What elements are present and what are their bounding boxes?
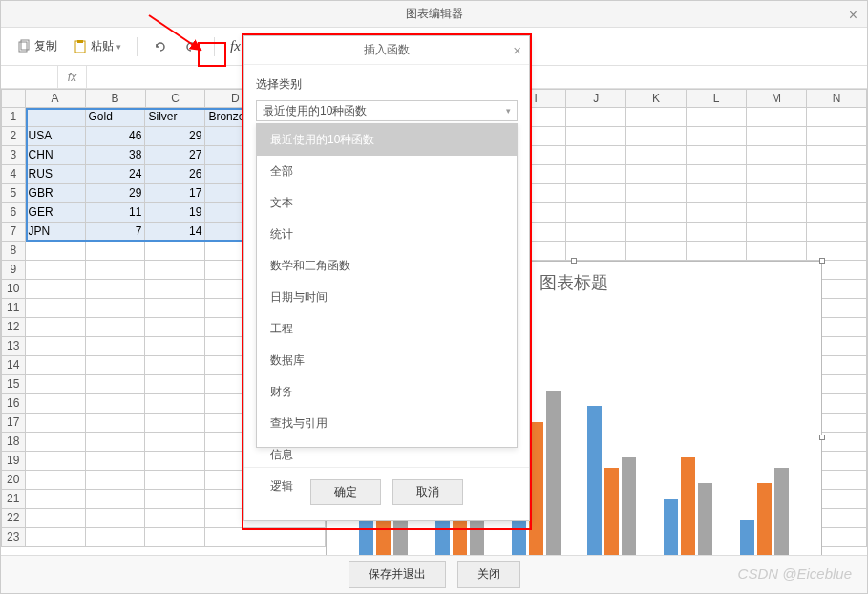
category-combobox[interactable]: 最近使用的10种函数 ▾ xyxy=(256,100,518,121)
cell[interactable] xyxy=(86,337,146,356)
cell[interactable]: 14 xyxy=(145,223,205,242)
cell[interactable] xyxy=(747,223,807,242)
cell[interactable]: 26 xyxy=(145,165,205,184)
cell[interactable] xyxy=(807,223,867,242)
row-header[interactable]: 15 xyxy=(1,375,26,394)
cell[interactable] xyxy=(145,261,205,280)
dropdown-item[interactable]: 文本 xyxy=(257,187,517,219)
dropdown-item[interactable]: 数据库 xyxy=(257,345,517,376)
save-exit-button[interactable]: 保存并退出 xyxy=(349,561,446,588)
cell[interactable] xyxy=(86,414,146,433)
cell[interactable]: Gold xyxy=(86,108,146,127)
row-header[interactable]: 23 xyxy=(1,528,26,547)
cell[interactable] xyxy=(626,146,687,165)
row-header[interactable]: 9 xyxy=(1,261,26,280)
cell[interactable] xyxy=(86,452,146,471)
cell[interactable] xyxy=(26,356,86,375)
cell[interactable] xyxy=(807,184,867,203)
cell[interactable] xyxy=(26,528,86,547)
cell[interactable] xyxy=(807,108,867,127)
row-header[interactable]: 8 xyxy=(1,242,26,261)
cell[interactable] xyxy=(145,280,205,299)
close-icon[interactable]: × xyxy=(513,42,521,58)
cell[interactable] xyxy=(626,242,687,261)
cell[interactable] xyxy=(86,490,146,509)
column-header[interactable]: J xyxy=(566,89,626,108)
dropdown-item[interactable]: 全部 xyxy=(257,156,517,187)
cell[interactable]: 27 xyxy=(145,146,205,165)
cell[interactable] xyxy=(86,356,146,375)
dropdown-item[interactable]: 工程 xyxy=(257,313,517,345)
cell[interactable] xyxy=(145,433,205,452)
resize-handle[interactable] xyxy=(571,258,577,264)
cell[interactable] xyxy=(626,127,687,146)
cell[interactable] xyxy=(687,127,747,146)
cell[interactable] xyxy=(26,471,86,490)
dropdown-item[interactable]: 数学和三角函数 xyxy=(257,250,517,282)
cell[interactable]: USA xyxy=(26,127,86,146)
cancel-button[interactable]: 取消 xyxy=(392,479,463,505)
row-header[interactable]: 14 xyxy=(1,356,26,375)
row-header[interactable]: 2 xyxy=(1,127,26,146)
column-header[interactable]: C xyxy=(146,89,206,108)
cell[interactable]: CHN xyxy=(26,146,86,165)
row-header[interactable]: 7 xyxy=(1,223,26,242)
cell[interactable] xyxy=(807,146,867,165)
column-header[interactable]: A xyxy=(26,89,86,108)
cell[interactable] xyxy=(687,165,747,184)
column-header[interactable]: B xyxy=(86,89,146,108)
cell[interactable]: 11 xyxy=(86,203,146,223)
row-header[interactable]: 13 xyxy=(1,337,26,356)
cell[interactable] xyxy=(747,108,807,127)
cell[interactable] xyxy=(626,203,687,223)
cell[interactable] xyxy=(26,452,86,471)
cell[interactable] xyxy=(145,471,205,490)
dropdown-item[interactable]: 查找与引用 xyxy=(257,408,517,439)
row-header[interactable]: 5 xyxy=(1,184,26,203)
cell[interactable] xyxy=(747,242,807,261)
cell[interactable]: RUS xyxy=(26,165,86,184)
cell[interactable] xyxy=(26,299,86,318)
cell[interactable] xyxy=(26,414,86,433)
cell[interactable]: 24 xyxy=(86,165,146,184)
cell[interactable]: 7 xyxy=(86,223,146,242)
cell[interactable] xyxy=(26,394,86,414)
cell[interactable] xyxy=(626,223,687,242)
cell[interactable] xyxy=(26,108,86,127)
redo-button[interactable] xyxy=(178,35,204,58)
cell[interactable] xyxy=(145,375,205,394)
cell[interactable] xyxy=(86,433,146,452)
row-header[interactable]: 10 xyxy=(1,280,26,299)
cell[interactable] xyxy=(26,242,86,261)
column-header[interactable]: M xyxy=(747,89,807,108)
cell[interactable] xyxy=(566,146,626,165)
dropdown-item[interactable]: 最近使用的10种函数 xyxy=(257,124,517,156)
row-header[interactable]: 18 xyxy=(1,433,26,452)
cell[interactable] xyxy=(265,528,326,547)
cell[interactable] xyxy=(145,337,205,356)
cell[interactable] xyxy=(145,394,205,414)
cell[interactable] xyxy=(807,203,867,223)
cell[interactable] xyxy=(807,127,867,146)
dropdown-item[interactable]: 日期与时间 xyxy=(257,282,517,313)
paste-button[interactable]: 粘贴 ▾ xyxy=(67,34,127,58)
row-header[interactable]: 17 xyxy=(1,414,26,433)
cell[interactable] xyxy=(626,108,687,127)
undo-button[interactable] xyxy=(147,35,174,58)
cell[interactable] xyxy=(86,394,146,414)
cell[interactable] xyxy=(145,490,205,509)
cell[interactable] xyxy=(145,528,205,547)
cell[interactable] xyxy=(687,242,747,261)
cell[interactable] xyxy=(687,146,747,165)
cell[interactable] xyxy=(807,165,867,184)
cell[interactable] xyxy=(145,509,205,528)
row-header[interactable]: 12 xyxy=(1,318,26,337)
cell[interactable] xyxy=(26,261,86,280)
cell[interactable] xyxy=(145,299,205,318)
cell[interactable]: 17 xyxy=(145,184,205,203)
row-header[interactable]: 6 xyxy=(1,203,26,223)
cell[interactable] xyxy=(205,528,265,547)
cell[interactable]: 46 xyxy=(86,127,146,146)
cell[interactable] xyxy=(86,261,146,280)
row-header[interactable]: 19 xyxy=(1,452,26,471)
